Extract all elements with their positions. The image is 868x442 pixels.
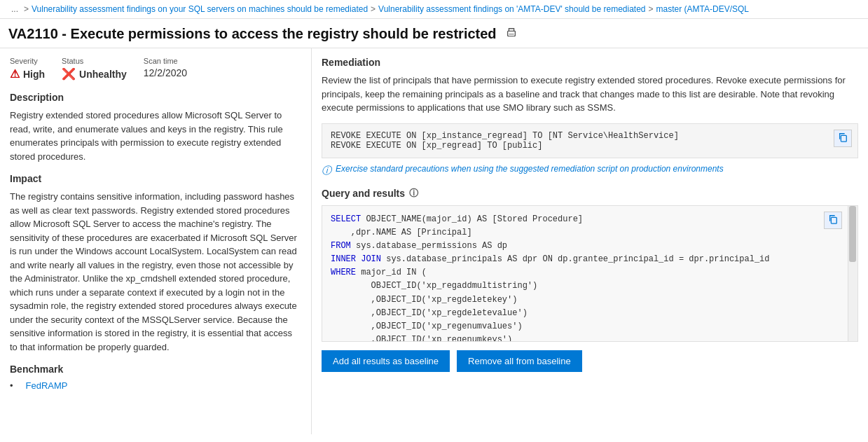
svg-rect-3 <box>831 217 836 223</box>
breadcrumb-link-3[interactable]: master (AMTA-DEV/SQL <box>656 4 749 14</box>
query-line-6: OBJECT_ID('xp_regaddmultistring') <box>331 279 843 293</box>
code-line-1: REVOKE EXECUTE ON [xp_instance_regread] … <box>331 131 849 141</box>
scan-time-item: Scan time 12/2/2020 <box>144 57 187 81</box>
query-code-scroll[interactable]: SELECT OBJECT_NAME(major_id) AS [Stored … <box>322 206 857 341</box>
breadcrumb-dots: ... <box>11 4 18 14</box>
scrollbar-thumb <box>849 206 856 262</box>
content-area: Severity ⚠ High Status ❌ Unhealthy Scan … <box>0 48 868 434</box>
description-title: Description <box>10 92 301 103</box>
query-results-header: Query and results ⓘ <box>322 187 858 200</box>
query-line-5: WHERE major_id IN ( <box>331 266 843 279</box>
page-title: VA2110 - Execute permissions to access t… <box>8 26 497 42</box>
query-line-3: FROM sys.database_permissions AS dp <box>331 240 843 253</box>
remove-baseline-button[interactable]: Remove all from baseline <box>457 350 582 372</box>
copy-remediation-button[interactable] <box>834 130 852 147</box>
status-text: Unhealthy <box>79 69 127 80</box>
status-item: Status ❌ Unhealthy <box>62 57 127 81</box>
severity-value: ⚠ High <box>10 67 45 81</box>
impact-section: Impact The registry contains sensitive i… <box>10 173 301 354</box>
action-buttons: Add all results as baseline Remove all f… <box>322 350 858 372</box>
query-line-8: ,OBJECT_ID('xp_regdeletevalue') <box>331 307 843 320</box>
severity-item: Severity ⚠ High <box>10 57 45 81</box>
status-label: Status <box>62 57 127 65</box>
breadcrumb-link-2[interactable]: Vulnerability assessment findings on 'AM… <box>378 4 645 14</box>
impact-body: The registry contains sensitive informat… <box>10 190 301 354</box>
query-info-icon[interactable]: ⓘ <box>409 187 418 200</box>
copy-query-button[interactable] <box>824 212 842 229</box>
remediation-text: Review the list of principals that have … <box>322 74 858 115</box>
remediation-code-block: REVOKE EXECUTE ON [xp_instance_regread] … <box>322 123 858 158</box>
benchmark-link[interactable]: FedRAMP <box>26 380 68 391</box>
description-body: Registry extended stored procedures allo… <box>10 109 301 163</box>
scan-time-value: 12/2/2020 <box>144 67 187 78</box>
remediation-title: Remediation <box>322 57 858 68</box>
query-line-7: ,OBJECT_ID('xp_regdeletekey') <box>331 293 843 307</box>
page-title-bar: VA2110 - Execute permissions to access t… <box>0 19 868 48</box>
query-line-4: INNER JOIN sys.database_principals AS dp… <box>331 253 843 266</box>
severity-text: High <box>23 69 45 80</box>
benchmark-section: Benchmark • FedRAMP <box>10 364 301 391</box>
impact-title: Impact <box>10 173 301 184</box>
left-panel: Severity ⚠ High Status ❌ Unhealthy Scan … <box>0 48 312 434</box>
scrollbar-track <box>848 206 857 341</box>
benchmark-title: Benchmark <box>10 364 301 375</box>
info-icon: ⓘ <box>322 165 331 177</box>
query-code-wrapper: SELECT OBJECT_NAME(major_id) AS [Stored … <box>322 205 858 342</box>
add-baseline-button[interactable]: Add all results as baseline <box>322 350 450 372</box>
print-icon[interactable] <box>505 27 518 41</box>
query-results-title: Query and results <box>322 188 405 199</box>
status-value: ❌ Unhealthy <box>62 67 127 81</box>
unhealthy-icon: ❌ <box>62 67 76 81</box>
high-severity-icon: ⚠ <box>10 67 20 81</box>
query-line-10: ,OBJECT_ID('xp_regenumkeys') <box>331 333 843 340</box>
query-line-1: SELECT OBJECT_NAME(major_id) AS [Stored … <box>331 213 843 226</box>
scan-time-label: Scan time <box>144 57 187 65</box>
description-section: Description Registry extended stored pro… <box>10 92 301 163</box>
breadcrumb-link-1[interactable]: Vulnerability assessment findings on you… <box>32 4 368 14</box>
bullet: • <box>10 380 13 391</box>
info-note-text: Exercise standard precautions when using… <box>336 164 724 174</box>
info-note: ⓘ Exercise standard precautions when usi… <box>322 164 858 177</box>
code-line-2: REVOKE EXECUTE ON [xp_regread] TO [publi… <box>331 141 849 151</box>
svg-rect-2 <box>841 135 846 141</box>
query-line-9: ,OBJECT_ID('xp_regenumvalues') <box>331 320 843 333</box>
breadcrumb: ... > Vulnerability assessment findings … <box>0 0 868 19</box>
severity-label: Severity <box>10 57 45 65</box>
query-line-2: ,dpr.NAME AS [Principal] <box>331 226 843 240</box>
meta-row: Severity ⚠ High Status ❌ Unhealthy Scan … <box>10 57 301 81</box>
right-panel: Remediation Review the list of principal… <box>312 48 868 434</box>
